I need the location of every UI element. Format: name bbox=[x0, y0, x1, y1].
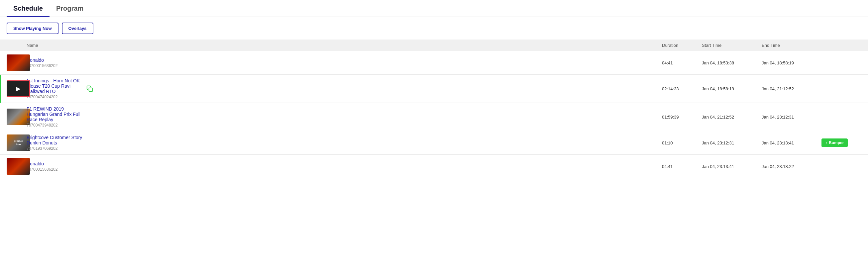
table-row: production Brightcove Customer Story Dun… bbox=[0, 131, 868, 155]
item-info: Ronaldo 70700015636202 bbox=[27, 161, 86, 172]
duration-cell: 01:10 bbox=[662, 140, 702, 145]
end-time-cell: Jan 04, 23:13:41 bbox=[762, 140, 822, 145]
thumbnail bbox=[7, 158, 30, 175]
item-id: 70700473948202 bbox=[27, 123, 86, 128]
col-header-name: Name bbox=[27, 43, 86, 48]
item-name[interactable]: Ronaldo bbox=[27, 58, 86, 63]
bumper-label: Bumper bbox=[829, 140, 844, 145]
table-row: Ronaldo 70700015636202 04:41 Jan 04, 23:… bbox=[0, 155, 868, 178]
item-name[interactable]: F1 REWIND 2019 Hungarian Grand Prix Full… bbox=[27, 106, 86, 122]
item-id: 70700474024202 bbox=[27, 95, 86, 99]
table-header-row: Name Duration Start Time End Time bbox=[0, 39, 868, 51]
col-header-action bbox=[822, 43, 861, 48]
table-row: Ronaldo 70700015636202 04:41 Jan 04, 18:… bbox=[0, 51, 868, 75]
item-name[interactable]: 1st Innings - Horn Not OK Please T20 Cup… bbox=[27, 78, 86, 94]
copy-icon-cell[interactable] bbox=[86, 85, 662, 92]
tab-schedule[interactable]: Schedule bbox=[7, 0, 50, 17]
end-time-cell: Jan 04, 23:12:31 bbox=[762, 114, 822, 120]
item-info: F1 REWIND 2019 Hungarian Grand Prix Full… bbox=[27, 106, 86, 128]
start-time-cell: Jan 04, 21:12:52 bbox=[702, 114, 762, 120]
start-time-cell: Jan 04, 18:53:38 bbox=[702, 60, 762, 65]
start-time-cell: Jan 04, 23:13:41 bbox=[702, 164, 762, 169]
col-header-duration: Duration bbox=[662, 43, 702, 48]
duration-cell: 04:41 bbox=[662, 60, 702, 65]
end-time-cell: Jan 04, 21:12:52 bbox=[762, 86, 822, 91]
col-header-thumb bbox=[7, 43, 27, 48]
item-id: 70700015636202 bbox=[27, 63, 86, 68]
item-name[interactable]: Ronaldo bbox=[27, 161, 86, 166]
col-header-spacer bbox=[86, 43, 662, 48]
table-row: 1st Innings - Horn Not OK Please T20 Cup… bbox=[0, 75, 868, 103]
end-time-cell: Jan 04, 23:18:22 bbox=[762, 164, 822, 169]
start-time-cell: Jan 04, 18:58:19 bbox=[702, 86, 762, 91]
bumper-up-arrow-icon: ↑ bbox=[826, 140, 828, 145]
start-time-cell: Jan 04, 23:12:31 bbox=[702, 140, 762, 145]
thumbnail-playing bbox=[7, 80, 30, 97]
item-id: 70700015636202 bbox=[27, 167, 86, 172]
end-time-cell: Jan 04, 18:58:19 bbox=[762, 60, 822, 65]
duration-cell: 02:14:33 bbox=[662, 86, 702, 91]
table-row: F1 REWIND 2019 Hungarian Grand Prix Full… bbox=[0, 103, 868, 131]
svg-rect-0 bbox=[89, 88, 93, 92]
schedule-table: Name Duration Start Time End Time Ronald… bbox=[0, 39, 868, 178]
col-header-end: End Time bbox=[762, 43, 822, 48]
col-header-start: Start Time bbox=[702, 43, 762, 48]
item-name[interactable]: Brightcove Customer Story Dunkin Donuts bbox=[27, 135, 86, 145]
tab-program[interactable]: Program bbox=[50, 0, 90, 17]
item-info: Ronaldo 70700015636202 bbox=[27, 58, 86, 68]
overlays-button[interactable]: Overlays bbox=[62, 23, 93, 34]
thumbnail bbox=[7, 55, 30, 71]
show-playing-now-button[interactable]: Show Playing Now bbox=[7, 23, 59, 34]
item-id: 70701937069202 bbox=[27, 146, 86, 151]
duration-cell: 01:59:39 bbox=[662, 114, 702, 120]
item-info: Brightcove Customer Story Dunkin Donuts … bbox=[27, 135, 86, 151]
toolbar: Show Playing Now Overlays bbox=[0, 23, 868, 39]
tab-bar: Schedule Program bbox=[0, 0, 868, 17]
action-cell: ↑ Bumper bbox=[822, 138, 861, 147]
duration-cell: 04:41 bbox=[662, 164, 702, 169]
bumper-button[interactable]: ↑ Bumper bbox=[822, 138, 848, 147]
item-info: 1st Innings - Horn Not OK Please T20 Cup… bbox=[27, 78, 86, 99]
